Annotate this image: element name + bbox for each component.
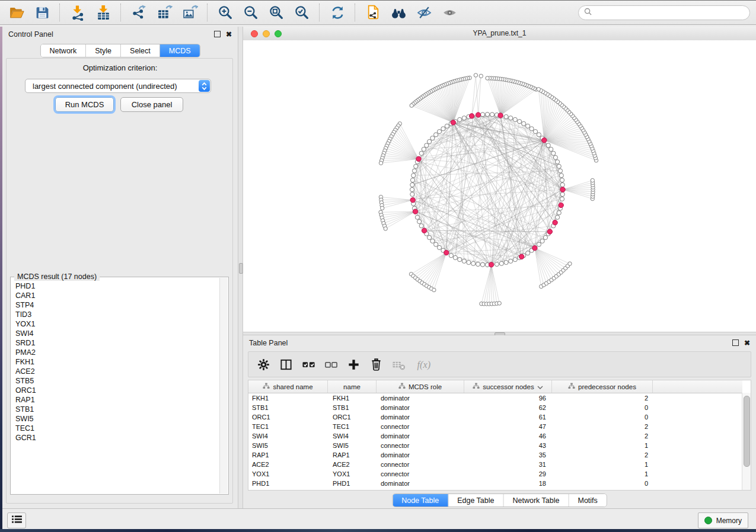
- run-mcds-button[interactable]: Run MCDS: [55, 97, 114, 112]
- network-node[interactable]: [560, 197, 564, 201]
- open-file-icon[interactable]: [6, 3, 27, 22]
- network-node[interactable]: [458, 258, 462, 262]
- mcds-result-node[interactable]: GCR1: [15, 433, 220, 443]
- mcds-hub-node[interactable]: [469, 114, 474, 118]
- network-node[interactable]: [462, 116, 466, 120]
- network-node[interactable]: [549, 147, 553, 151]
- tab-network[interactable]: Network: [40, 44, 86, 57]
- tab-network-table[interactable]: Network Table: [504, 494, 569, 507]
- export-network-icon[interactable]: [128, 3, 149, 22]
- mcds-hub-node[interactable]: [476, 113, 480, 117]
- network-leaf-node[interactable]: [381, 206, 384, 210]
- network-node[interactable]: [526, 124, 530, 128]
- network-node[interactable]: [560, 178, 564, 182]
- vertical-splitter[interactable]: [238, 27, 243, 508]
- float-panel-icon[interactable]: [732, 339, 739, 346]
- table-row-STB1[interactable]: STB1STB1dominator620: [248, 403, 742, 412]
- network-node[interactable]: [480, 113, 484, 117]
- mcds-result-node[interactable]: STB5: [15, 376, 220, 386]
- mcds-hub-node[interactable]: [532, 246, 537, 251]
- network-node[interactable]: [560, 192, 564, 196]
- network-node[interactable]: [449, 254, 453, 258]
- tab-select[interactable]: Select: [121, 44, 160, 57]
- table-row-YOX1[interactable]: YOX1YOX1connector291: [248, 469, 742, 479]
- select-all-rows-icon[interactable]: [301, 357, 316, 372]
- table-row-PHD1[interactable]: PHD1PHD1dominator180: [248, 479, 742, 488]
- mcds-result-node[interactable]: PMA2: [15, 348, 220, 357]
- network-node[interactable]: [437, 245, 441, 249]
- network-node[interactable]: [434, 133, 438, 137]
- mcds-list-scrollbar[interactable]: [219, 278, 228, 493]
- network-canvas[interactable]: [243, 40, 756, 332]
- network-node[interactable]: [441, 127, 445, 131]
- delete-columns-icon[interactable]: [368, 357, 384, 372]
- mcds-result-node[interactable]: PHD1: [15, 281, 220, 291]
- tab-mcds[interactable]: MCDS: [160, 44, 200, 57]
- tab-edge-table[interactable]: Edge Table: [448, 494, 503, 507]
- network-node[interactable]: [412, 169, 416, 173]
- hide-graphics-details-icon[interactable]: [413, 3, 435, 22]
- network-node[interactable]: [434, 242, 438, 246]
- import-network-icon[interactable]: [67, 3, 88, 22]
- network-leaf-node[interactable]: [568, 262, 572, 265]
- refresh-view-icon[interactable]: [327, 3, 348, 22]
- network-node[interactable]: [558, 169, 562, 173]
- network-node[interactable]: [504, 260, 508, 264]
- network-node[interactable]: [518, 120, 522, 124]
- search-input[interactable]: [595, 8, 744, 17]
- network-node[interactable]: [414, 164, 418, 168]
- mcds-hub-node[interactable]: [519, 254, 524, 259]
- network-node[interactable]: [419, 224, 423, 228]
- network-node[interactable]: [471, 261, 476, 265]
- memory-button[interactable]: Memory: [698, 512, 748, 528]
- network-node[interactable]: [522, 121, 526, 126]
- tab-style[interactable]: Style: [86, 44, 121, 57]
- network-node[interactable]: [509, 116, 513, 120]
- tab-motifs[interactable]: Motifs: [569, 494, 606, 507]
- search-field[interactable]: [578, 5, 750, 20]
- zoom-fit-icon[interactable]: [266, 3, 287, 22]
- mcds-hub-node[interactable]: [542, 138, 547, 143]
- column-header-name[interactable]: name: [328, 380, 377, 393]
- create-new-column-icon[interactable]: [346, 357, 361, 372]
- network-leaf-node[interactable]: [497, 302, 501, 305]
- network-node[interactable]: [458, 117, 462, 121]
- close-panel-icon[interactable]: ✖: [744, 340, 750, 346]
- mcds-result-node[interactable]: SWI4: [15, 329, 220, 338]
- mcds-result-node[interactable]: TEC1: [15, 424, 220, 433]
- mcds-result-node[interactable]: SRD1: [15, 338, 220, 348]
- mcds-hub-node[interactable]: [489, 262, 493, 267]
- network-node[interactable]: [546, 143, 550, 148]
- column-header-shared-name[interactable]: shared name: [248, 380, 328, 393]
- mcds-hub-node[interactable]: [451, 120, 455, 125]
- network-node[interactable]: [560, 182, 564, 187]
- mcds-hub-node[interactable]: [553, 220, 557, 225]
- mcds-hub-node[interactable]: [422, 228, 426, 233]
- mcds-hub-node[interactable]: [498, 113, 503, 118]
- table-row-SWI5[interactable]: SWI5SWI5connector431: [248, 441, 742, 450]
- table-row-FKH1[interactable]: FKH1FKH1dominator962: [248, 393, 742, 403]
- network-node[interactable]: [529, 127, 534, 131]
- network-node[interactable]: [430, 239, 435, 243]
- save-session-icon[interactable]: [31, 3, 53, 22]
- scrollbar-thumb[interactable]: [744, 396, 750, 467]
- panel-menu-button[interactable]: [7, 512, 26, 528]
- mcds-result-node[interactable]: ACE2: [15, 367, 220, 376]
- network-node[interactable]: [556, 215, 560, 219]
- zoom-selected-icon[interactable]: [291, 3, 312, 22]
- tab-node-table[interactable]: Node Table: [393, 494, 448, 507]
- mcds-hub-node[interactable]: [444, 250, 449, 255]
- network-node[interactable]: [556, 160, 560, 164]
- network-node[interactable]: [540, 239, 544, 243]
- table-row-ORC1[interactable]: ORC1ORC1dominator610: [248, 412, 742, 422]
- table-row-ACE2[interactable]: ACE2ACE2connector311: [248, 460, 742, 469]
- network-node[interactable]: [422, 147, 426, 151]
- column-header-MCDS-role[interactable]: MCDS role: [377, 380, 464, 393]
- mcds-hub-node[interactable]: [416, 156, 421, 161]
- network-leaf-node[interactable]: [379, 161, 382, 165]
- network-node[interactable]: [504, 114, 508, 118]
- float-panel-icon[interactable]: [214, 31, 221, 37]
- network-leaf-node[interactable]: [479, 74, 483, 78]
- network-node[interactable]: [559, 174, 563, 178]
- table-scrollbar[interactable]: [742, 393, 751, 490]
